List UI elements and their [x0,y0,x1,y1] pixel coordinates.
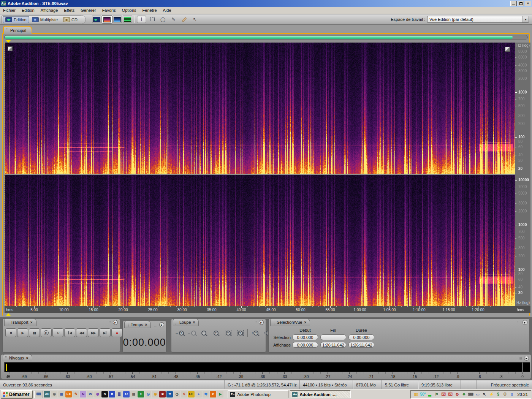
menu-item-edition[interactable]: Edition [19,7,38,13]
affichage-fin-field[interactable]: 1:26:11.642 [320,342,346,348]
spectrogram-left-channel[interactable] [5,43,515,174]
media-player-icon[interactable]: ◉ [51,391,57,397]
task-button-adobe-audition-[interactable]: AuAdobe Audition -... [290,390,351,398]
network-off2-icon[interactable]: ⌧ [447,391,453,397]
pdf-icon[interactable]: P [210,391,216,397]
status-bar-tray-icon[interactable]: ▂ [427,391,432,397]
meter-tray-icon[interactable]: ▯▯ [413,391,419,397]
panel-menu-button[interactable]: ▶ [522,320,527,325]
pointer-app-icon[interactable]: ⌖ [195,391,202,397]
minimize-button[interactable] [510,1,517,6]
channel-divider[interactable] [5,174,515,175]
scale-corner-button-top-left[interactable] [8,46,13,51]
tab-selection-vue[interactable]: Sélection/Vue × [270,318,310,326]
db-ruler[interactable]: dB-69-66-63-60-57-54-51-48-45-42-39-36-3… [4,372,530,379]
menu-item-affichage[interactable]: Affichage [38,7,61,13]
marquee-selection-tool[interactable] [147,16,157,23]
globe-icon[interactable]: ◎ [145,391,151,397]
ue-icon[interactable]: UE [188,391,195,397]
title-bar[interactable]: Au Adobe Audition - STE-005.wav × [0,0,532,7]
task-button-adobe-photoshop[interactable]: PsAdobe Photoshop [228,390,288,398]
sync-icon[interactable]: ⇆ [203,391,209,397]
burn-cd-icon[interactable]: ◉ [152,391,158,397]
tab-temps[interactable]: Temps × [124,321,151,328]
menu-item-effets[interactable]: Effets [61,7,78,13]
spectrogram-right-channel[interactable] [5,175,515,306]
spectral-pan-view-button[interactable] [112,16,122,23]
menu-item-fenetre[interactable]: Fenêtre [139,7,160,13]
selection-fin-field[interactable] [320,334,346,340]
time-ruler[interactable]: hmshms5:0010:0015:0020:0025:0030:0035:00… [5,306,530,313]
onenote-icon[interactable]: N [80,391,86,397]
display-tray-icon[interactable]: ▭ [475,391,480,397]
phase-view-button[interactable] [123,16,132,23]
stop-button[interactable]: ■ [5,328,16,337]
playhead-marker-bottom[interactable] [6,313,11,316]
level-meter[interactable] [4,362,530,372]
zoom-to-selection-button[interactable]: + [211,329,221,337]
cd-mode-button[interactable]: ◉CD [60,16,80,23]
frequency-ruler[interactable]: Hz (log)80006000400030002000100070050030… [515,43,530,306]
chevron-down-icon[interactable]: ▼ [522,16,529,22]
tab-niveaux[interactable]: Niveaux × [3,354,32,361]
power-alert-tray-icon[interactable]: ⚡ [488,391,494,397]
x-tools-icon[interactable]: ✕ [109,391,115,397]
close-icon[interactable]: × [145,323,147,327]
notes-icon[interactable]: ▤ [130,391,137,397]
keyboard-icon[interactable]: ⌨ [35,391,42,397]
record-button[interactable]: ● [111,328,122,337]
time-selection-tool[interactable]: I [137,16,146,23]
zoom-out-full-button[interactable]: − [199,329,209,337]
zoom-out-horizontal-button[interactable]: ↔− [187,329,196,337]
fx-app-icon[interactable]: FX [65,391,72,397]
edition-mode-button[interactable]: ◀▶Edition [3,16,29,23]
shield-tray-icon[interactable]: ❖ [461,391,467,397]
waveform-view-button[interactable] [92,16,101,23]
affichage-debut-field[interactable]: 0:00.000 [292,342,318,348]
horizontal-scrollbar[interactable] [4,35,528,40]
zoom-in-vertical-button[interactable]: ↕+ [250,329,260,337]
spectral-view-button[interactable] [102,16,112,23]
tab-principal[interactable]: Principal [3,26,32,34]
currency-tray-icon[interactable]: $ [495,391,501,397]
camera-app-icon[interactable]: ◙ [159,391,166,397]
cursor-tray-icon[interactable]: ↖ [481,391,487,397]
go-to-end-button[interactable]: ▶ [100,328,111,337]
green-app-icon[interactable]: ✦ [138,391,144,397]
selection-debut-field[interactable]: 0:00.000 [292,334,318,340]
play-button[interactable]: ▶ [17,328,28,337]
panel-menu-button[interactable]: ▶ [259,320,264,325]
affichage-duree-field[interactable]: 1:26:11.642 [348,342,374,348]
close-icon[interactable]: × [26,356,28,360]
close-icon[interactable]: × [30,320,33,325]
scale-corner-button-top-right[interactable] [505,47,510,52]
menu-item-aide[interactable]: Aide [160,7,174,13]
close-icon[interactable]: × [304,320,306,325]
input-tray-icon[interactable]: ⌨ [468,391,473,397]
audition-app-icon[interactable]: Au [44,391,50,397]
menu-item-fichier[interactable]: Fichier [0,7,19,13]
pause-button[interactable]: ▮▮ [29,328,40,337]
painter-icon[interactable]: ✎ [73,391,79,397]
effects-paintbrush-tool[interactable]: ✎ [169,16,178,23]
lasso-selection-tool[interactable]: ◯ [158,16,168,23]
play-from-cursor-button[interactable]: ▶ [41,328,52,337]
menu-item-generer[interactable]: Générer [78,7,99,13]
file-tray-icon[interactable]: ▯ [509,391,515,397]
scrub-tool[interactable]: ↖ [190,16,200,23]
pattern-tool-icon[interactable]: ▓ [116,391,122,397]
word-icon[interactable]: W [87,391,93,397]
menu-item-favoris[interactable]: Favoris [99,7,119,13]
workspace-dropdown[interactable]: Vue Edition (par défaut) ▼ [427,16,529,23]
planet-browser-icon[interactable]: ◍ [94,391,101,397]
close-button[interactable]: × [525,1,531,6]
snip-tool-icon[interactable]: ✂ [123,391,130,397]
blocked-tray-icon[interactable]: ⊘ [454,391,460,397]
network-off-icon[interactable]: ⌧ [440,391,446,397]
scrollbar-thumb[interactable] [5,36,513,39]
tab-transport[interactable]: Transport × [4,318,36,326]
start-button[interactable]: Démarrer [1,390,33,399]
zoom-in-horizontal-button[interactable]: ↔+ [174,329,184,337]
menu-item-options[interactable]: Options [119,7,139,13]
netscape-icon[interactable]: N [101,391,108,397]
